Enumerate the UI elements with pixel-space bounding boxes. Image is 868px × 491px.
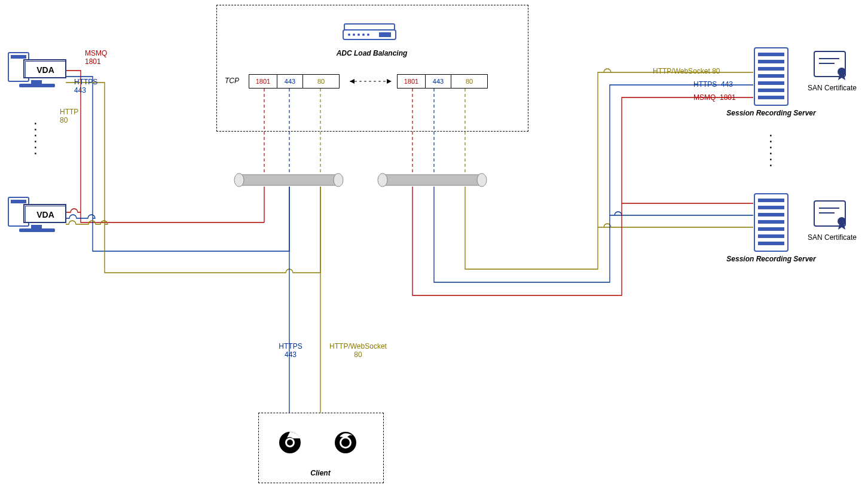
svg-rect-25 bbox=[31, 225, 42, 228]
svg-rect-29 bbox=[758, 60, 784, 63]
srv-https-label: HTTPS 443 bbox=[693, 80, 733, 89]
svg-point-46 bbox=[838, 68, 846, 76]
svg-rect-23 bbox=[11, 200, 26, 203]
vda-msmq-label: MSMQ 1801 bbox=[85, 49, 107, 66]
server-bottom-icon bbox=[754, 194, 788, 251]
port-left-443: 443 bbox=[277, 74, 303, 89]
vda-http-label: HTTP 80 bbox=[60, 108, 78, 124]
client-httpws-label: HTTP/WebSocket 80 bbox=[325, 342, 391, 359]
svg-rect-41 bbox=[758, 234, 784, 238]
svg-rect-39 bbox=[758, 220, 784, 224]
client-https-label: HTTPS 443 bbox=[273, 342, 308, 359]
svg-rect-11 bbox=[239, 175, 338, 185]
vda-https-label: HTTPS 443 bbox=[74, 78, 97, 94]
svg-rect-30 bbox=[758, 67, 784, 71]
san-top-caption: SAN Certificate bbox=[802, 84, 862, 92]
vda-bottom-label: VDA bbox=[25, 206, 66, 222]
pipe-right bbox=[378, 173, 487, 187]
certificate-bottom-icon bbox=[814, 201, 846, 230]
svg-point-15 bbox=[378, 173, 387, 187]
svg-rect-20 bbox=[31, 80, 42, 84]
svg-rect-19 bbox=[19, 84, 55, 87]
srv-msmq-label: MSMQ 1801 bbox=[693, 93, 736, 102]
port-left-80: 80 bbox=[303, 74, 340, 89]
port-left-1801: 1801 bbox=[249, 74, 277, 89]
client-caption: Client bbox=[258, 469, 383, 477]
san-bottom-caption: SAN Certificate bbox=[802, 233, 862, 242]
port-right-443: 443 bbox=[426, 74, 451, 89]
server-ellipsis: ······ bbox=[769, 132, 773, 167]
adc-container bbox=[216, 5, 528, 132]
svg-rect-40 bbox=[758, 227, 784, 231]
vda-ellipsis: ······ bbox=[33, 120, 38, 155]
adc-ports-left: 1801 443 80 bbox=[249, 74, 340, 89]
svg-point-13 bbox=[334, 173, 343, 187]
certificate-top-icon bbox=[814, 51, 846, 80]
svg-rect-31 bbox=[758, 74, 784, 78]
svg-rect-32 bbox=[758, 81, 784, 85]
pipe-left bbox=[234, 173, 343, 187]
svg-rect-34 bbox=[758, 96, 784, 99]
svg-rect-42 bbox=[758, 242, 784, 245]
srv-httpws-label: HTTP/WebSocket 80 bbox=[653, 67, 720, 75]
svg-point-16 bbox=[477, 173, 487, 187]
svg-rect-14 bbox=[383, 175, 482, 185]
svg-point-12 bbox=[234, 173, 244, 187]
svg-rect-33 bbox=[758, 89, 784, 92]
vda-top-label: VDA bbox=[25, 61, 66, 78]
adc-tcp-label: TCP bbox=[225, 77, 239, 85]
port-right-80: 80 bbox=[451, 74, 488, 89]
svg-rect-24 bbox=[19, 228, 55, 232]
server-bottom-caption: Session Recording Server bbox=[717, 255, 825, 263]
svg-rect-38 bbox=[758, 213, 784, 216]
server-top-caption: Session Recording Server bbox=[717, 109, 825, 117]
svg-point-50 bbox=[838, 217, 846, 225]
svg-rect-28 bbox=[758, 53, 784, 56]
adc-title: ADC Load Balancing bbox=[216, 49, 527, 57]
svg-rect-37 bbox=[758, 206, 784, 209]
svg-rect-36 bbox=[758, 199, 784, 202]
port-right-1801: 1801 bbox=[397, 74, 426, 89]
adc-ports-right: 1801 443 80 bbox=[397, 74, 488, 89]
svg-rect-18 bbox=[11, 55, 26, 59]
server-top-icon bbox=[754, 48, 788, 105]
